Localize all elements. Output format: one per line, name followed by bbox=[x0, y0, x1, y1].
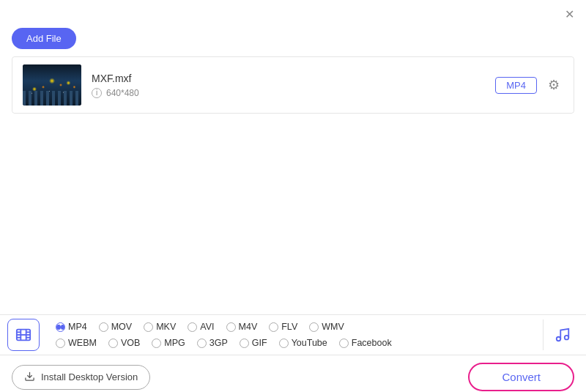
format-option-facebook[interactable]: Facebook bbox=[333, 336, 398, 350]
format-option-3gp[interactable]: 3GP bbox=[191, 336, 234, 350]
format-option-webm[interactable]: WEBM bbox=[50, 336, 103, 350]
close-button[interactable]: ✕ bbox=[563, 7, 576, 21]
add-file-button[interactable]: Add File bbox=[12, 28, 76, 49]
format-option-wmv[interactable]: WMV bbox=[303, 319, 350, 334]
format-label-flv: FLV bbox=[281, 322, 297, 332]
file-item: MXF.mxf i 640*480 MP4 ⚙ bbox=[12, 57, 574, 113]
format-option-vob[interactable]: VOB bbox=[103, 336, 146, 350]
format-option-youtube[interactable]: YouTube bbox=[273, 336, 333, 350]
radio-vob[interactable] bbox=[108, 339, 118, 348]
main-content: MXF.mxf i 640*480 MP4 ⚙ bbox=[0, 56, 586, 392]
format-row-2: WEBM VOB MPG 3GP GIF bbox=[50, 336, 537, 350]
empty-area bbox=[0, 114, 586, 314]
file-name: MXF.mxf bbox=[92, 73, 485, 84]
format-bar-divider bbox=[543, 319, 544, 350]
install-button[interactable]: Install Desktop Version bbox=[12, 365, 150, 390]
format-label-mkv: MKV bbox=[156, 322, 176, 332]
svg-point-9 bbox=[565, 336, 569, 340]
radio-youtube[interactable] bbox=[279, 339, 289, 348]
format-badge-button[interactable]: MP4 bbox=[495, 77, 537, 94]
info-icon[interactable]: i bbox=[92, 88, 102, 98]
radio-flv[interactable] bbox=[269, 322, 278, 332]
format-option-mp4[interactable]: MP4 bbox=[50, 319, 93, 334]
convert-button[interactable]: Convert bbox=[468, 363, 574, 391]
format-option-mpg[interactable]: MPG bbox=[146, 336, 190, 350]
radio-gif[interactable] bbox=[240, 339, 249, 348]
format-label-vob: VOB bbox=[121, 338, 140, 348]
format-label-webm: WEBM bbox=[68, 338, 97, 348]
format-grid: MP4 MOV MKV AVI M4V bbox=[47, 315, 540, 355]
format-option-flv[interactable]: FLV bbox=[263, 319, 303, 334]
format-label-avi: AVI bbox=[200, 322, 214, 332]
video-format-icon[interactable] bbox=[7, 319, 40, 351]
format-option-avi[interactable]: AVI bbox=[182, 319, 220, 334]
format-option-m4v[interactable]: M4V bbox=[220, 319, 264, 334]
format-option-mkv[interactable]: MKV bbox=[138, 319, 182, 334]
radio-mp4[interactable] bbox=[56, 322, 65, 332]
toolbar: Add File bbox=[0, 23, 586, 56]
svg-point-8 bbox=[557, 337, 561, 341]
format-label-wmv: WMV bbox=[322, 322, 344, 332]
file-meta: i 640*480 bbox=[92, 88, 485, 98]
radio-mkv[interactable] bbox=[144, 322, 153, 332]
thumbnail-overlay bbox=[23, 64, 81, 106]
format-label-gif: GIF bbox=[252, 338, 267, 348]
format-label-3gp: 3GP bbox=[209, 338, 228, 348]
format-label-mp4: MP4 bbox=[68, 322, 87, 332]
radio-mpg[interactable] bbox=[152, 339, 161, 348]
file-list: MXF.mxf i 640*480 MP4 ⚙ bbox=[12, 56, 574, 114]
radio-facebook[interactable] bbox=[339, 339, 349, 348]
format-label-mpg: MPG bbox=[164, 338, 185, 348]
radio-wmv[interactable] bbox=[309, 322, 319, 332]
file-actions: MP4 ⚙ bbox=[495, 75, 563, 95]
settings-button[interactable]: ⚙ bbox=[544, 75, 563, 95]
file-resolution: 640*480 bbox=[106, 88, 139, 98]
radio-3gp[interactable] bbox=[197, 339, 207, 348]
format-bar: MP4 MOV MKV AVI M4V bbox=[0, 314, 586, 355]
radio-mov[interactable] bbox=[99, 322, 108, 332]
format-label-m4v: M4V bbox=[239, 322, 258, 332]
install-label: Install Desktop Version bbox=[41, 371, 138, 382]
radio-m4v[interactable] bbox=[226, 322, 236, 332]
file-thumbnail bbox=[23, 64, 81, 106]
title-bar: ✕ bbox=[0, 0, 586, 23]
radio-webm[interactable] bbox=[56, 339, 65, 348]
format-option-gif[interactable]: GIF bbox=[234, 336, 273, 350]
format-label-facebook: Facebook bbox=[352, 338, 392, 348]
download-icon bbox=[24, 371, 35, 384]
format-label-youtube: YouTube bbox=[292, 338, 327, 348]
bottom-bar: Install Desktop Version Convert bbox=[0, 355, 586, 392]
format-option-mov[interactable]: MOV bbox=[93, 319, 138, 334]
format-label-mov: MOV bbox=[111, 322, 132, 332]
file-info: MXF.mxf i 640*480 bbox=[81, 73, 495, 98]
format-row-1: MP4 MOV MKV AVI M4V bbox=[50, 319, 537, 334]
music-format-icon[interactable] bbox=[546, 319, 579, 351]
radio-avi[interactable] bbox=[188, 322, 197, 332]
